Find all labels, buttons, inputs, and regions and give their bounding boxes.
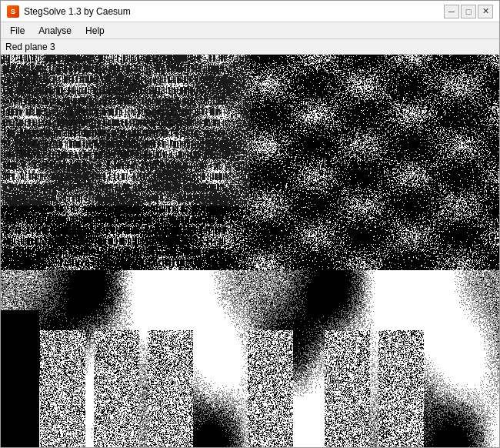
title-bar: S StegSolve 1.3 by Caesum ─ □ ✕: [1, 1, 499, 22]
menu-analyse[interactable]: Analyse: [32, 24, 78, 38]
menu-help[interactable]: Help: [79, 24, 111, 38]
window-title: StegSolve 1.3 by Caesum: [24, 6, 131, 17]
main-window: S StegSolve 1.3 by Caesum ─ □ ✕ File Ana…: [0, 0, 500, 448]
close-button[interactable]: ✕: [478, 5, 493, 18]
window-controls: ─ □ ✕: [444, 5, 493, 18]
status-label: Red plane 3: [5, 42, 55, 52]
menu-bar: File Analyse Help: [1, 22, 499, 39]
minimize-button[interactable]: ─: [444, 5, 459, 18]
image-display: [1, 55, 499, 447]
app-icon: S: [7, 5, 19, 18]
content-area: [1, 55, 499, 447]
maximize-button[interactable]: □: [461, 5, 476, 18]
status-bar: Red plane 3: [1, 39, 499, 55]
title-bar-left: S StegSolve 1.3 by Caesum: [7, 5, 131, 18]
menu-file[interactable]: File: [4, 24, 31, 38]
